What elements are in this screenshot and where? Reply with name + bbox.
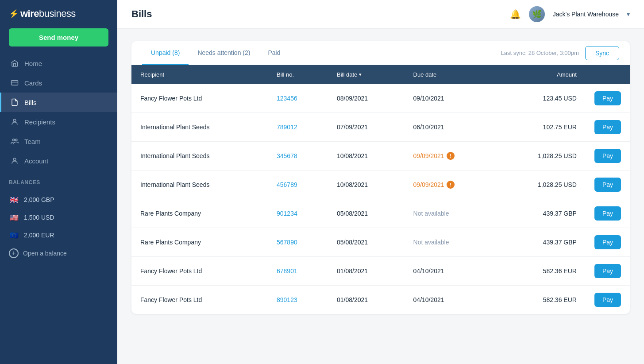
table-body: Fancy Flower Pots Ltd12345608/09/202109/… [131, 84, 630, 314]
balances-section: Balances 🇬🇧2,000 GBP🇺🇸1,500 USD🇪🇺2,000 E… [0, 179, 117, 263]
top-header: Bills 🔔 🌿 Jack's Plant Warehouse ▾ [117, 0, 644, 29]
not-available-text: Not available [413, 210, 449, 217]
content-area: Unpaid (8)Needs attention (2)Paid Last s… [117, 29, 644, 364]
table-row: Fancy Flower Pots Ltd12345608/09/202109/… [131, 84, 630, 113]
sidebar-item-home[interactable]: Home [0, 54, 117, 73]
balance-amount: 2,000 GBP [24, 196, 54, 203]
last-sync-text: Last sync: 28 October, 3:00pm [501, 50, 579, 56]
bill-no-link[interactable]: 901234 [277, 210, 297, 217]
due-date-cell: 09/09/2021 ! [405, 170, 497, 199]
table-row: Rare Plants Company90123405/08/2021Not a… [131, 199, 630, 228]
bill-no-link[interactable]: 567890 [277, 239, 297, 246]
bill-date-cell: 07/09/2021 [328, 113, 405, 142]
table-row: International Plant Seeds34567810/08/202… [131, 142, 630, 170]
bill-no-link[interactable]: 345678 [277, 152, 297, 159]
pay-button[interactable]: Pay [594, 264, 621, 278]
due-date-cell: 09/09/2021 ! [405, 142, 497, 170]
due-date-cell: Not available [405, 199, 497, 228]
recipient-cell: Fancy Flower Pots Ltd [131, 257, 268, 286]
svg-point-4 [15, 139, 18, 141]
avatar-image: 🌿 [529, 6, 545, 22]
sync-button[interactable]: Sync [585, 46, 619, 60]
sortable-bill_date[interactable]: Bill date ▾ [337, 71, 396, 78]
due-date-cell: 06/10/2021 [405, 113, 497, 142]
table-row: Fancy Flower Pots Ltd67890101/08/202104/… [131, 257, 630, 286]
tab-needs_attention[interactable]: Needs attention (2) [189, 41, 259, 65]
chevron-down-icon[interactable]: ▾ [627, 11, 630, 18]
sidebar-item-label: Account [24, 157, 48, 165]
sidebar-item-label: Recipients [24, 118, 55, 126]
action-cell: Pay [586, 113, 630, 142]
bill-no-cell: 789012 [268, 113, 328, 142]
tabs-row: Unpaid (8)Needs attention (2)Paid Last s… [131, 41, 630, 65]
table-row: International Plant Seeds78901207/09/202… [131, 113, 630, 142]
amount-cell: 582.36 EUR [497, 257, 586, 286]
bill-no-cell: 678901 [268, 257, 328, 286]
col-header-bill_date[interactable]: Bill date ▾ [328, 65, 405, 84]
sidebar-item-label: Bills [24, 99, 37, 106]
page-title: Bills [131, 8, 152, 20]
overdue-date: 09/09/2021 ! [413, 152, 488, 160]
pay-button[interactable]: Pay [594, 91, 621, 105]
amount-cell: 582.36 EUR [497, 286, 586, 314]
bill-no-link[interactable]: 123456 [277, 95, 297, 102]
person-icon [10, 117, 19, 126]
sidebar-item-account[interactable]: Account [0, 151, 117, 170]
balance-item-gbp: 🇬🇧2,000 GBP [9, 191, 108, 209]
bill-no-link[interactable]: 456789 [277, 181, 297, 188]
svg-rect-0 [12, 81, 18, 85]
recipient-cell: Fancy Flower Pots Ltd [131, 84, 268, 113]
svg-point-5 [13, 158, 16, 161]
bill-no-link[interactable]: 890123 [277, 296, 297, 303]
amount-cell: 102.75 EUR [497, 113, 586, 142]
bill-date-cell: 01/08/2021 [328, 286, 405, 314]
bill-no-link[interactable]: 678901 [277, 267, 297, 275]
balance-item-eur: 🇪🇺2,000 EUR [9, 226, 108, 244]
table-row: International Plant Seeds45678910/08/202… [131, 170, 630, 199]
action-cell: Pay [586, 170, 630, 199]
col-header-action [586, 65, 630, 84]
action-cell: Pay [586, 84, 630, 113]
bill-no-cell: 901234 [268, 199, 328, 228]
pay-button[interactable]: Pay [594, 235, 621, 249]
pay-button[interactable]: Pay [594, 206, 621, 221]
balances-list: 🇬🇧2,000 GBP🇺🇸1,500 USD🇪🇺2,000 EUR [9, 191, 108, 244]
pay-button[interactable]: Pay [594, 293, 621, 307]
balance-item-usd: 🇺🇸1,500 USD [9, 209, 108, 226]
tab-paid[interactable]: Paid [259, 41, 289, 65]
sidebar-item-label: Team [24, 138, 41, 145]
warning-icon: ! [447, 152, 455, 160]
account-icon [10, 156, 19, 165]
pay-button[interactable]: Pay [594, 120, 621, 134]
table-header: RecipientBill no.Bill date ▾Due dateAmou… [131, 65, 630, 84]
due-date-cell: 04/10/2021 [405, 257, 497, 286]
sidebar-item-team[interactable]: Team [0, 132, 117, 151]
sidebar: ⚡ wirebusiness Send money HomeCardsBills… [0, 0, 117, 364]
sidebar-item-recipients[interactable]: Recipients [0, 112, 117, 132]
sidebar-item-cards[interactable]: Cards [0, 73, 117, 93]
bill-no-link[interactable]: 789012 [277, 124, 297, 131]
sidebar-item-bills[interactable]: Bills [0, 93, 117, 112]
table-row: Rare Plants Company56789005/08/2021Not a… [131, 228, 630, 257]
open-balance-button[interactable]: + Open a balance [9, 244, 108, 263]
action-cell: Pay [586, 286, 630, 314]
table-row: Fancy Flower Pots Ltd89012301/08/202104/… [131, 286, 630, 314]
bill-no-cell: 890123 [268, 286, 328, 314]
sync-area: Last sync: 28 October, 3:00pm Sync [501, 46, 619, 60]
col-header-amount: Amount [497, 65, 586, 84]
flag-icon-eur: 🇪🇺 [9, 230, 19, 240]
pay-button[interactable]: Pay [594, 149, 621, 163]
flag-icon-usd: 🇺🇸 [9, 212, 19, 223]
due-date-cell: 04/10/2021 [405, 286, 497, 314]
plus-icon: + [9, 248, 19, 258]
notification-bell-icon[interactable]: 🔔 [510, 9, 521, 19]
col-header-due_date: Due date [405, 65, 497, 84]
pay-button[interactable]: Pay [594, 178, 621, 192]
sidebar-item-label: Cards [24, 79, 42, 87]
tab-unpaid[interactable]: Unpaid (8) [142, 41, 189, 65]
header-right: 🔔 🌿 Jack's Plant Warehouse ▾ [510, 6, 630, 22]
sort-arrow-icon: ▾ [359, 72, 362, 77]
logo-text: wirebusiness [20, 8, 76, 19]
send-money-button[interactable]: Send money [9, 28, 108, 46]
home-icon [10, 59, 19, 68]
